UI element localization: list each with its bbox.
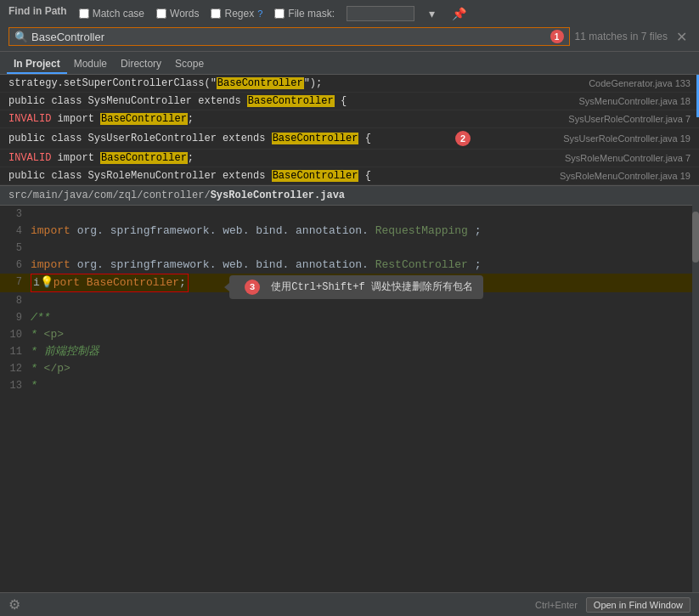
line-number: 4 <box>0 223 31 240</box>
search-icon: 🔍 <box>14 31 28 43</box>
match-case-checkbox[interactable] <box>79 8 89 19</box>
result-text: public class SysMenuController extends B… <box>8 95 347 107</box>
code-line-highlighted: 7 i💡port BaseController; 3 使用Ctrl+Shift+… <box>0 274 699 292</box>
tooltip-bubble: 3 使用Ctrl+Shift+f 调处快捷删除所有包名 <box>229 275 483 299</box>
tab-module[interactable]: Module <box>67 55 114 74</box>
main-layout: Find in Path Match case Words Regex ? Fi… <box>0 0 699 616</box>
match-case-option[interactable]: Match case <box>79 8 144 20</box>
comment: * 前端控制器 <box>31 345 99 358</box>
line-content <box>31 240 699 257</box>
tag: </p> <box>44 362 70 375</box>
comment: * <box>31 379 37 392</box>
lightbulb-icon: 💡 <box>40 276 54 289</box>
regex-option[interactable]: Regex ? <box>211 8 262 20</box>
results-list[interactable]: strategy.setSuperControllerClass("BaseCo… <box>0 75 699 186</box>
result-text: public class SysUserRoleController exten… <box>8 133 371 144</box>
result-row[interactable]: public class SysMenuController extends B… <box>0 93 699 110</box>
code-text: org. springframework. web. bind. annotat… <box>77 224 375 237</box>
line-number: 8 <box>0 292 31 309</box>
annotation: RequestMapping <box>375 224 468 237</box>
file-mask-option[interactable]: File mask: <box>274 8 335 20</box>
find-panel: Find in Path Match case Words Regex ? Fi… <box>0 0 699 52</box>
tab-module-label: Module <box>74 58 107 70</box>
comment: /** <box>31 311 50 324</box>
gear-icon[interactable]: ⚙ <box>8 596 20 613</box>
scrollbar-right[interactable] <box>692 186 699 616</box>
code-text: org. springframework. web. bind. annotat… <box>77 258 375 271</box>
line-number: 12 <box>0 360 31 377</box>
code-line: 10 * <p> <box>0 326 699 343</box>
search-badge-1: 1 <box>550 30 564 43</box>
result-filename: SysMenuController.java 18 <box>579 96 691 106</box>
code-line: 11 * 前端控制器 <box>0 343 699 360</box>
line-content: import org. springframework. web. bind. … <box>31 223 699 240</box>
base-controller-mono: BaseController <box>87 276 179 289</box>
tooltip-badge-3: 3 <box>245 280 260 295</box>
line-content: * <p> <box>31 326 699 343</box>
find-panel-title: Find in Path <box>8 5 67 17</box>
code-text: i <box>33 276 40 289</box>
tab-directory-label: Directory <box>121 58 161 70</box>
code-line: 9 /** <box>0 309 699 326</box>
annotation: RestController <box>375 258 468 271</box>
tab-in-project[interactable]: In Project <box>7 55 67 74</box>
result-filename: SysRoleMenuController.java 7 <box>565 153 691 163</box>
tooltip-text: 使用Ctrl+Shift+f 调处快捷删除所有包名 <box>271 281 473 293</box>
clear-search-button[interactable]: ✕ <box>673 29 691 45</box>
line-number: 9 <box>0 309 31 326</box>
line-number: 10 <box>0 326 31 343</box>
file-mask-checkbox[interactable] <box>274 8 285 19</box>
code-line: 3 <box>0 206 699 223</box>
line-content: * </p> <box>31 360 699 377</box>
result-text: INVALID import BaseController; <box>8 152 194 164</box>
result-filename: CodeGenerator.java 133 <box>589 78 691 88</box>
footer-right: Ctrl+Enter Open in Find Window <box>535 597 691 613</box>
code-line: 6 import org. springframework. web. bind… <box>0 257 699 274</box>
result-filename: SysUserRoleController.java 7 <box>568 114 691 124</box>
result-row[interactable]: INVALID import BaseController; SysUserRo… <box>0 110 699 128</box>
line-content <box>31 206 699 223</box>
pin-icon[interactable]: 📌 <box>449 7 469 20</box>
line-content: /** <box>31 309 699 326</box>
result-row[interactable]: INVALID import BaseController; SysRoleMe… <box>0 150 699 167</box>
code-lines: 3 4 import org. springframework. web. bi… <box>0 206 699 394</box>
words-checkbox[interactable] <box>156 8 166 19</box>
tab-scope-label: Scope <box>175 58 204 70</box>
footer-left: ⚙ <box>8 596 20 613</box>
file-mask-label: File mask: <box>288 8 335 20</box>
result-badge-2: 2 <box>455 131 471 146</box>
regex-checkbox[interactable] <box>211 8 221 19</box>
line-content: * <box>31 377 699 394</box>
filepath-bold: SysRoleController.java <box>211 189 345 201</box>
comment: * <box>31 328 44 341</box>
code-text: ; <box>475 258 482 271</box>
tab-directory[interactable]: Directory <box>114 55 168 74</box>
line-content: * 前端控制器 <box>31 343 699 360</box>
tab-scope[interactable]: Scope <box>168 55 211 74</box>
match-count: 11 matches in 7 files <box>575 31 668 42</box>
line-content: import org. springframework. web. bind. … <box>31 257 699 274</box>
scrollbar-thumb[interactable] <box>692 212 699 263</box>
code-area: src/main/java/com/zql/controller/SysRole… <box>0 186 699 616</box>
line-number: 6 <box>0 257 31 274</box>
match-case-label: Match case <box>93 8 144 20</box>
line-number: 11 <box>0 343 31 360</box>
result-row[interactable]: public class SysUserRoleController exten… <box>0 128 699 150</box>
search-input[interactable] <box>31 31 550 43</box>
keyword-import: import <box>31 258 70 271</box>
words-option[interactable]: Words <box>156 8 199 20</box>
open-find-window-button[interactable]: Open in Find Window <box>586 597 691 613</box>
line-number: 7 <box>0 274 31 291</box>
find-options-row: Find in Path Match case Words Regex ? Fi… <box>8 5 691 22</box>
words-label: Words <box>170 8 199 20</box>
result-filename: SysUserRoleController.java 19 <box>563 133 691 144</box>
result-row[interactable]: strategy.setSuperControllerClass("BaseCo… <box>0 75 699 93</box>
keyword-import: import <box>31 224 70 237</box>
result-row[interactable]: public class SysRoleMenuController exten… <box>0 167 699 185</box>
filter-icon[interactable]: ▾ <box>426 7 437 20</box>
tag: <p> <box>44 328 64 341</box>
tab-in-project-label: In Project <box>14 58 60 70</box>
line-number: 5 <box>0 240 31 257</box>
regex-hint: ? <box>257 8 262 19</box>
file-mask-input[interactable]: *.java <box>347 6 414 21</box>
